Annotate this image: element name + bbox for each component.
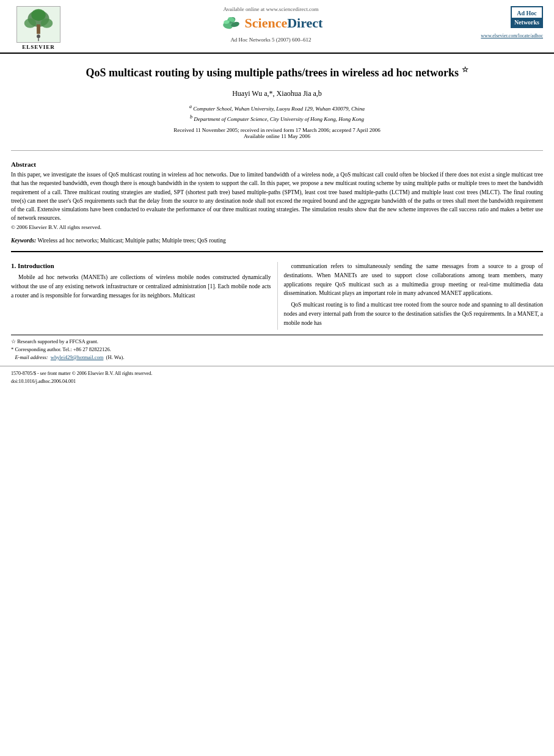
paper-title: QoS multicast routing by using multiple … — [37, 65, 517, 81]
divider-1 — [11, 150, 543, 151]
svg-rect-4 — [37, 24, 40, 34]
adhoc-line2: Networks — [512, 18, 542, 27]
section1-left-text: Mobile ad hoc networks (MANETs) are coll… — [11, 273, 271, 300]
keywords-text: Keywords: Wireless ad hoc networks; Mult… — [11, 238, 543, 244]
footnote-email: E-mail address: whylei429@hotmail.com (H… — [11, 354, 543, 362]
section-divider — [11, 251, 543, 252]
elsevier-image — [16, 6, 60, 43]
col-right: communication refers to simultaneously s… — [277, 262, 555, 330]
available-online-text: Available online at www.sciencedirect.co… — [224, 6, 319, 12]
elsevier-label: ELSEVIER — [22, 44, 55, 50]
journal-info: Ad Hoc Networks 5 (2007) 600–612 — [230, 37, 311, 43]
sciencedirect-text: ScienceDirect — [245, 15, 323, 31]
header-right: Ad Hoc Networks www.elsevier.com/locate/… — [476, 6, 543, 38]
footnote-star: ☆ Research supported by a FFCSA grant. — [11, 338, 543, 346]
title-section: QoS multicast routing by using multiple … — [0, 54, 554, 145]
adhoc-line1: Ad Hoc — [517, 10, 537, 16]
header: ELSEVIER Available online at www.science… — [0, 0, 554, 54]
col-left: 1. Introduction Mobile ad hoc networks (… — [0, 262, 277, 330]
svg-point-6 — [37, 35, 40, 38]
svg-point-5 — [31, 9, 45, 21]
elsevier-logo: ELSEVIER — [11, 6, 66, 50]
authors: Huayi Wu a,*, Xiaohua Jia a,b — [37, 89, 517, 98]
doi-text: doi:10.1016/j.adhoc.2006.04.001 — [11, 378, 543, 386]
received-dates: Received 11 November 2005; received in r… — [37, 127, 517, 139]
elsevier-url[interactable]: www.elsevier.com/locate/adhoc — [481, 33, 543, 38]
svg-point-2 — [24, 18, 36, 28]
abstract-section: Abstract In this paper, we investigate t… — [0, 156, 554, 235]
abstract-text: In this paper, we investigate the issues… — [11, 170, 543, 231]
footnotes: ☆ Research supported by a FFCSA grant. *… — [11, 335, 543, 361]
abstract-title: Abstract — [11, 161, 543, 168]
page: ELSEVIER Available online at www.science… — [0, 0, 554, 756]
sciencedirect-logo: ScienceDirect — [219, 13, 323, 33]
footnote-corresponding: * Corresponding author. Tel.: +86 27 828… — [11, 346, 543, 354]
section1-right-text: communication refers to simultaneously s… — [284, 262, 544, 327]
adhoc-logo: Ad Hoc Networks — [511, 6, 543, 28]
section1-title: 1. Introduction — [11, 262, 271, 269]
footnote-star-icon: ☆ — [11, 338, 17, 344]
affiliations: a Computer School, Wuhan University, Luo… — [37, 103, 517, 123]
star-icon: ☆ — [462, 65, 468, 74]
copyright: © 2006 Elsevier B.V. All rights reserved… — [11, 224, 101, 230]
keywords-section: Keywords: Wireless ad hoc networks; Mult… — [0, 235, 554, 247]
header-center: Available online at www.sciencedirect.co… — [66, 6, 476, 43]
svg-point-3 — [41, 18, 53, 28]
bottom-bar: 1570-8705/$ - see front matter © 2006 El… — [0, 366, 554, 386]
issn-text: 1570-8705/$ - see front matter © 2006 El… — [11, 370, 543, 378]
two-column-body: 1. Introduction Mobile ad hoc networks (… — [0, 257, 554, 330]
